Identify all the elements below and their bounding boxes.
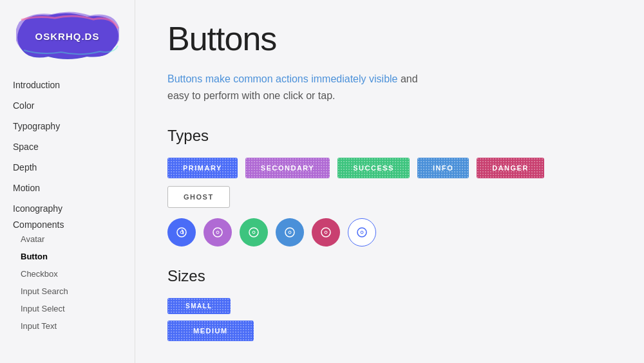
- success-button[interactable]: SUCCESS: [337, 158, 410, 178]
- ghost-button[interactable]: GHOST: [167, 186, 230, 208]
- refresh-icon-info: [283, 226, 296, 239]
- sidebar-item-space[interactable]: Space: [0, 136, 135, 157]
- svg-point-6: [285, 228, 294, 237]
- sidebar: OSKRHQ.DS Introduction Color Typography …: [0, 0, 135, 363]
- types-section: Types PRIMARY SECONDARY SUCCESS INFO DAN…: [167, 127, 612, 247]
- primary-button[interactable]: PRIMARY: [167, 158, 238, 178]
- main-content: Buttons Buttons make common actions imme…: [135, 0, 644, 363]
- sidebar-item-button[interactable]: Button: [0, 248, 135, 265]
- refresh-icon-secondary: [211, 226, 224, 239]
- sizes-section: Sizes SMALL MEDIUM: [167, 267, 612, 341]
- sizes-section-title: Sizes: [167, 267, 612, 285]
- svg-point-5: [252, 231, 255, 234]
- sidebar-item-input-search[interactable]: Input Search: [0, 283, 135, 300]
- sidebar-item-typography[interactable]: Typography: [0, 116, 135, 136]
- icon-button-danger[interactable]: [312, 218, 340, 247]
- refresh-icon-primary: [175, 226, 188, 239]
- medium-button[interactable]: MEDIUM: [167, 321, 254, 341]
- sidebar-item-color[interactable]: Color: [0, 95, 135, 116]
- sidebar-item-checkbox[interactable]: Checkbox: [0, 265, 135, 283]
- svg-point-8: [321, 228, 330, 237]
- svg-point-11: [361, 231, 363, 234]
- svg-point-1: [180, 231, 183, 234]
- svg-point-7: [289, 231, 291, 234]
- secondary-button[interactable]: SECONDARY: [245, 158, 330, 178]
- page-description: Buttons make common actions immediately …: [167, 71, 438, 104]
- sidebar-item-input-select[interactable]: Input Select: [0, 300, 135, 317]
- danger-button[interactable]: DANGER: [477, 158, 544, 178]
- sidebar-item-introduction[interactable]: Introduction: [0, 75, 135, 95]
- icon-button-secondary[interactable]: [204, 218, 232, 247]
- icon-button-ghost[interactable]: [348, 218, 376, 247]
- svg-point-2: [213, 228, 222, 237]
- svg-point-10: [357, 228, 366, 237]
- description-highlight: Buttons make common actions immediately …: [167, 73, 397, 84]
- svg-point-0: [177, 228, 186, 237]
- svg-point-9: [325, 231, 327, 234]
- sidebar-section-components: Components: [0, 214, 77, 235]
- sidebar-nav: Introduction Color Typography Space Dept…: [0, 75, 135, 335]
- sidebar-item-input-text[interactable]: Input Text: [0, 317, 135, 335]
- small-button[interactable]: SMALL: [167, 298, 231, 314]
- logo[interactable]: OSKRHQ.DS: [16, 10, 119, 62]
- refresh-icon-danger: [319, 226, 332, 239]
- types-section-title: Types: [167, 127, 612, 145]
- sidebar-item-motion[interactable]: Motion: [0, 178, 135, 198]
- logo-text: OSKRHQ.DS: [35, 31, 100, 42]
- icon-button-primary[interactable]: [167, 218, 196, 247]
- refresh-icon-success: [247, 226, 260, 239]
- logo-area[interactable]: OSKRHQ.DS: [0, 0, 135, 75]
- sidebar-item-depth[interactable]: Depth: [0, 157, 135, 178]
- refresh-icon-ghost: [355, 226, 368, 239]
- info-button[interactable]: INFO: [417, 158, 469, 178]
- icon-buttons-row: [167, 218, 612, 247]
- icon-button-success[interactable]: [240, 218, 268, 247]
- button-types-row: PRIMARY SECONDARY SUCCESS INFO DANGER GH…: [167, 158, 612, 208]
- svg-point-3: [216, 231, 219, 234]
- svg-point-4: [249, 228, 258, 237]
- icon-button-info[interactable]: [276, 218, 304, 247]
- page-title: Buttons: [167, 19, 612, 58]
